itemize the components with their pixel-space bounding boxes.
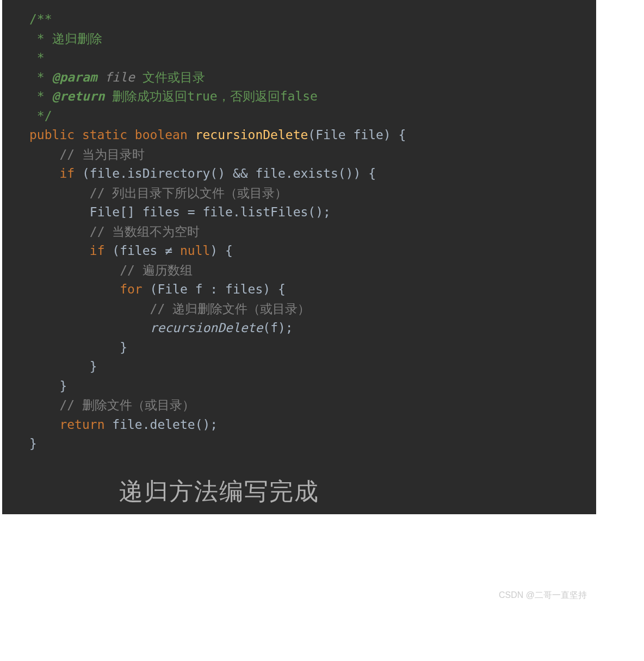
line-comment: // 删除文件（或目录）: [59, 398, 195, 412]
code-line: * 递归删除: [29, 29, 596, 49]
watermark-text: CSDN @二哥一直坚持: [499, 590, 587, 601]
code-line: return file.delete();: [29, 415, 596, 435]
javadoc-star: *: [29, 89, 52, 103]
javadoc-open: /**: [29, 12, 52, 26]
indent: [29, 147, 59, 161]
modifiers: public static boolean: [29, 128, 195, 142]
code-editor-block: /** * 递归删除 * * @param file 文件或目录 * @retu…: [2, 0, 596, 514]
keyword-null: null: [180, 244, 210, 258]
return-expr: file.delete();: [112, 417, 218, 432]
brace-close: }: [59, 379, 67, 393]
code-line: // 列出目录下所以文件（或目录）: [29, 184, 596, 203]
indent: [29, 398, 59, 412]
javadoc-tag-return: @return: [52, 89, 105, 103]
line-comment: // 当为目录时: [59, 147, 145, 161]
code-line: }: [29, 377, 596, 396]
indent: [29, 302, 150, 316]
line-comment: // 遍历数组: [120, 263, 193, 277]
brace-close: }: [120, 340, 127, 354]
code-line: // 当为目录时: [29, 145, 596, 165]
code-line: public static boolean recursionDelete(Fi…: [29, 126, 596, 145]
indent: [29, 379, 59, 393]
cond-part: ) {: [210, 244, 233, 258]
indent: [29, 244, 90, 258]
indent: [29, 340, 120, 354]
code-line: // 删除文件（或目录）: [29, 396, 596, 415]
code-line: * @return 删除成功返回true，否则返回false: [29, 87, 596, 107]
javadoc-param-name: file: [97, 70, 135, 84]
keyword-return: return: [59, 417, 112, 432]
code-line: }: [29, 434, 596, 454]
statement: File[] files = file.listFiles();: [90, 205, 331, 219]
brace-close: }: [29, 436, 37, 451]
code-line: // 当数组不为空时: [29, 222, 596, 242]
indent: [29, 263, 120, 277]
method-signature: (File file) {: [308, 128, 406, 142]
indent: [29, 186, 90, 200]
code-line: // 遍历数组: [29, 261, 596, 280]
code-line: }: [29, 357, 596, 377]
code-line: }: [29, 338, 596, 358]
code-line: * @param file 文件或目录: [29, 68, 596, 88]
brace-close: }: [90, 359, 97, 373]
code-line: File[] files = file.listFiles();: [29, 203, 596, 222]
code-line: if (file.isDirectory() && file.exists())…: [29, 164, 596, 184]
javadoc-close: */: [29, 109, 52, 123]
keyword-if: if: [90, 244, 113, 258]
line-comment: // 递归删除文件（或目录）: [150, 302, 311, 316]
code-line: if (files ≠ null) {: [29, 241, 596, 261]
code-line: *: [29, 48, 596, 68]
code-line: */: [29, 107, 596, 126]
line-comment: // 列出目录下所以文件（或目录）: [90, 186, 288, 200]
indent: [29, 321, 150, 335]
code-line: // 递归删除文件（或目录）: [29, 300, 596, 319]
code-line: for (File f : files) {: [29, 280, 596, 300]
recursive-call: recursionDelete: [150, 321, 263, 335]
call-args: (f);: [263, 321, 293, 335]
javadoc-star: *: [29, 70, 52, 84]
code-line: recursionDelete(f);: [29, 319, 596, 338]
indent: [29, 359, 90, 373]
javadoc-star: *: [29, 51, 45, 65]
javadoc-param-desc: 文件或目录: [135, 70, 205, 84]
indent: [29, 166, 59, 180]
indent: [29, 417, 59, 432]
indent: [29, 282, 120, 296]
slide-caption: 递归方法编写完成: [119, 476, 319, 508]
for-loop: (File f : files) {: [150, 282, 286, 296]
condition: (file.isDirectory() && file.exists()) {: [82, 166, 376, 180]
javadoc-return-desc: 删除成功返回true，否则返回false: [104, 89, 317, 103]
javadoc-star: *: [29, 32, 52, 46]
line-comment: // 当数组不为空时: [90, 225, 200, 239]
javadoc-desc: 递归删除: [52, 32, 102, 46]
javadoc-tag-param: @param: [52, 70, 97, 84]
keyword-for: for: [120, 282, 150, 296]
keyword-if: if: [59, 166, 82, 180]
indent: [29, 225, 90, 239]
cond-part: (files ≠: [112, 244, 180, 258]
code-line: /**: [29, 10, 596, 29]
indent: [29, 205, 90, 219]
method-name: recursionDelete: [195, 128, 308, 142]
